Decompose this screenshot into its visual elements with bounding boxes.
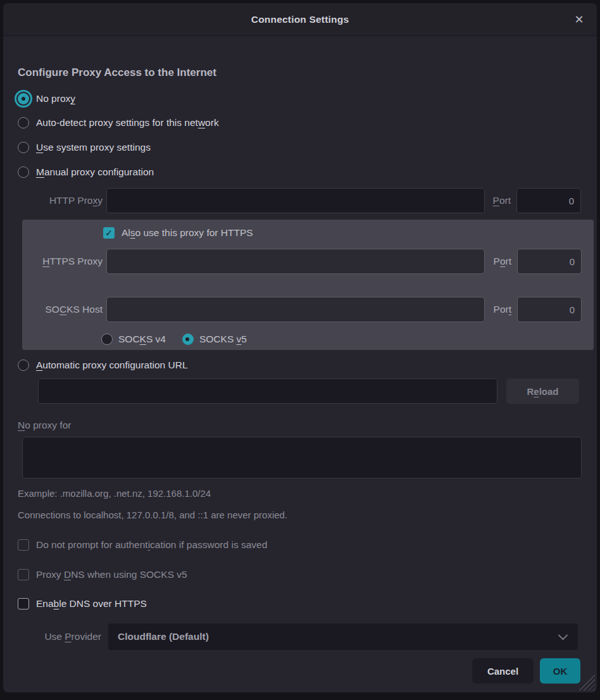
socks-host-label: SOCKS Host — [22, 304, 103, 315]
no-proxy-example: Example: .mozilla.org, .net.nz, 192.168.… — [18, 488, 211, 499]
resize-grip[interactable] — [578, 674, 595, 691]
radio-no-proxy[interactable] — [18, 93, 29, 104]
enable-doh-label: Enable DNS over HTTPS — [36, 598, 147, 609]
radio-socks-v4[interactable] — [101, 334, 113, 345]
cancel-button[interactable]: Cancel — [472, 658, 534, 684]
reload-button[interactable]: Reload — [506, 378, 579, 404]
no-proxy-note: Connections to localhost, 127.0.0.1/8, a… — [18, 509, 287, 520]
http-proxy-label: HTTP Proxy — [18, 195, 103, 206]
also-https-row[interactable]: Also use this proxy for HTTPS — [103, 226, 253, 240]
cb-row-no-prompt-auth[interactable]: Do not prompt for authentication if pass… — [18, 538, 267, 552]
http-proxy-row: HTTP Proxy Port — [18, 188, 581, 213]
proxy-dns-checkbox[interactable] — [18, 569, 29, 580]
cb-row-enable-doh[interactable]: Enable DNS over HTTPS — [18, 597, 147, 611]
enable-doh-checkbox[interactable] — [18, 598, 29, 609]
proxy-dns-label: Proxy DNS when using SOCKS v5 — [36, 569, 187, 580]
radio-row-auto-url[interactable]: Automatic proxy configuration URL — [18, 358, 188, 372]
radio-auto-url-label: Automatic proxy configuration URL — [36, 359, 188, 371]
radio-row-auto-detect[interactable]: Auto-detect proxy settings for this netw… — [18, 116, 219, 130]
page-title: Configure Proxy Access to the Internet — [18, 66, 216, 79]
also-https-label: Also use this proxy for HTTPS — [122, 227, 253, 239]
radio-system-proxy[interactable] — [18, 142, 29, 153]
https-port-label: Port — [494, 256, 511, 267]
radio-system-proxy-label: Use system proxy settings — [36, 142, 151, 153]
radio-row-no-proxy[interactable]: No proxy — [18, 92, 75, 106]
use-provider-label: Use Provider — [35, 631, 101, 642]
socks-host-row: SOCKS Host Port — [22, 297, 582, 322]
radio-auto-detect[interactable] — [18, 117, 29, 128]
radio-no-proxy-label: No proxy — [36, 93, 75, 104]
dialog-title: Connection Settings — [3, 3, 597, 36]
no-proxy-for-textarea[interactable] — [22, 437, 582, 478]
also-https-checkbox[interactable] — [103, 227, 115, 239]
http-port-input[interactable] — [516, 188, 581, 213]
dialog-footer: Cancel OK — [472, 658, 580, 684]
radio-socks-v5-label: SOCKS v5 — [199, 334, 247, 345]
radio-manual-proxy-label: Manual proxy configuration — [36, 166, 154, 178]
auto-url-row: Reload — [38, 378, 579, 404]
connection-settings-dialog: Connection Settings ✕ Configure Proxy Ac… — [3, 3, 597, 692]
https-proxy-input[interactable] — [106, 249, 485, 274]
radio-row-system-proxy[interactable]: Use system proxy settings — [18, 141, 151, 154]
provider-dropdown-value: Cloudflare (Default) — [118, 631, 209, 642]
https-port-input[interactable] — [517, 249, 582, 274]
doh-provider-row: Use Provider Cloudflare (Default) — [35, 623, 578, 650]
auto-url-input[interactable] — [38, 378, 497, 404]
https-proxy-label: HTTPS Proxy — [22, 256, 103, 267]
radio-auto-detect-label: Auto-detect proxy settings for this netw… — [36, 117, 219, 128]
no-prompt-auth-checkbox[interactable] — [18, 539, 29, 551]
http-port-label: Port — [493, 195, 511, 206]
https-socks-panel: Also use this proxy for HTTPS HTTPS Prox… — [22, 220, 594, 350]
socks-host-input[interactable] — [106, 297, 485, 322]
socks-port-label: Port — [494, 304, 511, 315]
socks-port-input[interactable] — [517, 297, 582, 322]
dialog-titlebar: Connection Settings ✕ — [3, 3, 597, 36]
radio-auto-url[interactable] — [18, 359, 29, 371]
cb-row-proxy-dns[interactable]: Proxy DNS when using SOCKS v5 — [18, 568, 187, 582]
no-proxy-for-label: No proxy for — [18, 420, 71, 431]
https-proxy-row: HTTPS Proxy Port — [22, 249, 582, 274]
radio-row-manual-proxy[interactable]: Manual proxy configuration — [18, 165, 154, 179]
close-icon[interactable]: ✕ — [572, 12, 587, 27]
chevron-down-icon — [558, 630, 568, 640]
radio-socks-v4-label: SOCKS v4 — [118, 334, 166, 345]
socks-version-row: SOCKS v4 SOCKS v5 — [101, 332, 247, 346]
ok-button[interactable]: OK — [540, 658, 580, 684]
radio-manual-proxy[interactable] — [18, 166, 29, 178]
provider-dropdown[interactable]: Cloudflare (Default) — [108, 623, 578, 650]
http-proxy-input[interactable] — [106, 188, 485, 213]
radio-socks-v5[interactable] — [182, 334, 194, 345]
no-prompt-auth-label: Do not prompt for authentication if pass… — [36, 539, 267, 551]
screenshot-stage: Connection Settings ✕ Configure Proxy Ac… — [0, 0, 600, 700]
